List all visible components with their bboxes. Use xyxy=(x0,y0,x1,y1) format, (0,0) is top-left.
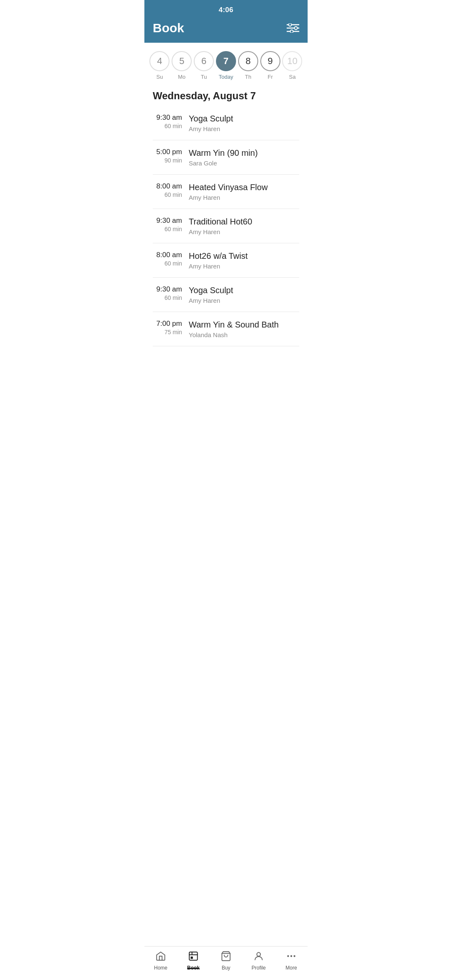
class-list: 9:30 am 60 min Yoga Sculpt Amy Haren 5:0… xyxy=(144,106,308,346)
date-label-6: Tu xyxy=(201,74,207,80)
filter-svg xyxy=(287,23,299,33)
class-info: Hot26 w/a Twist Amy Haren xyxy=(189,251,299,270)
class-name: Warm Yin & Sound Bath xyxy=(189,320,299,330)
svg-point-3 xyxy=(295,27,298,30)
svg-point-5 xyxy=(290,30,293,33)
class-item[interactable]: 7:00 pm 75 min Warm Yin & Sound Bath Yol… xyxy=(153,312,299,346)
class-instructor: Amy Haren xyxy=(189,297,299,304)
class-info: Yoga Sculpt Amy Haren xyxy=(189,113,299,132)
class-time: 9:30 am 60 min xyxy=(153,217,182,232)
class-instructor: Sara Gole xyxy=(189,160,299,167)
date-item-7[interactable]: 7 Today xyxy=(215,51,237,80)
class-info: Traditional Hot60 Amy Haren xyxy=(189,217,299,235)
class-duration: 75 min xyxy=(153,329,182,335)
class-name: Yoga Sculpt xyxy=(189,113,299,124)
class-name: Traditional Hot60 xyxy=(189,217,299,227)
date-circle-10: 10 xyxy=(282,51,302,71)
date-label-7: Today xyxy=(219,74,234,80)
date-item-9[interactable]: 9 Fr xyxy=(259,51,281,80)
class-time: 7:00 pm 75 min xyxy=(153,320,182,335)
class-time: 9:30 am 60 min xyxy=(153,285,182,301)
date-item-5[interactable]: 5 Mo xyxy=(171,51,193,80)
class-time: 5:00 pm 90 min xyxy=(153,148,182,164)
class-info: Warm Yin & Sound Bath Yolanda Nash xyxy=(189,320,299,338)
class-time-value: 9:30 am xyxy=(153,217,182,225)
filter-icon[interactable] xyxy=(287,23,299,33)
class-time-value: 9:30 am xyxy=(153,285,182,294)
class-duration: 60 min xyxy=(153,226,182,232)
class-time: 8:00 am 60 min xyxy=(153,251,182,267)
status-time: 4:06 xyxy=(218,6,233,14)
date-circle-8: 8 xyxy=(238,51,258,71)
date-item-10[interactable]: 10 Sa xyxy=(281,51,303,80)
class-name: Warm Yin (90 min) xyxy=(189,148,299,158)
date-label-5: Mo xyxy=(178,74,185,80)
class-duration: 60 min xyxy=(153,260,182,267)
class-duration: 60 min xyxy=(153,123,182,129)
class-name: Heated Vinyasa Flow xyxy=(189,182,299,192)
class-instructor: Amy Haren xyxy=(189,125,299,132)
class-instructor: Amy Haren xyxy=(189,263,299,270)
date-item-8[interactable]: 8 Th xyxy=(237,51,259,80)
date-label-4: Su xyxy=(156,74,163,80)
date-circle-6: 6 xyxy=(194,51,214,71)
date-item-6[interactable]: 6 Tu xyxy=(193,51,215,80)
date-label-9: Fr xyxy=(268,74,273,80)
page-title: Book xyxy=(153,21,184,35)
svg-point-1 xyxy=(289,23,292,26)
status-bar: 4:06 xyxy=(144,0,308,18)
date-item-4[interactable]: 4 Su xyxy=(149,51,170,80)
class-name: Hot26 w/a Twist xyxy=(189,251,299,261)
class-instructor: Amy Haren xyxy=(189,194,299,201)
class-info: Heated Vinyasa Flow Amy Haren xyxy=(189,182,299,201)
class-item[interactable]: 9:30 am 60 min Traditional Hot60 Amy Har… xyxy=(153,209,299,243)
class-time: 9:30 am 60 min xyxy=(153,113,182,129)
class-info: Yoga Sculpt Amy Haren xyxy=(189,285,299,304)
class-instructor: Amy Haren xyxy=(189,228,299,235)
date-circle-4: 4 xyxy=(149,51,170,71)
class-item[interactable]: 9:30 am 60 min Yoga Sculpt Amy Haren xyxy=(153,278,299,312)
class-duration: 60 min xyxy=(153,294,182,301)
class-name: Yoga Sculpt xyxy=(189,285,299,295)
date-circle-9: 9 xyxy=(260,51,280,71)
class-item[interactable]: 5:00 pm 90 min Warm Yin (90 min) Sara Go… xyxy=(153,140,299,175)
date-picker: 4 Su 5 Mo 6 Tu 7 Today 8 Th 9 Fr 10 Sa xyxy=(144,43,308,84)
class-instructor: Yolanda Nash xyxy=(189,331,299,338)
class-time-value: 7:00 pm xyxy=(153,320,182,328)
class-time-value: 8:00 am xyxy=(153,182,182,191)
class-item[interactable]: 8:00 am 60 min Heated Vinyasa Flow Amy H… xyxy=(153,175,299,209)
date-circle-5: 5 xyxy=(172,51,192,71)
date-circle-7: 7 xyxy=(216,51,236,71)
class-duration: 90 min xyxy=(153,157,182,164)
class-time-value: 9:30 am xyxy=(153,113,182,122)
class-item[interactable]: 9:30 am 60 min Yoga Sculpt Amy Haren xyxy=(153,106,299,140)
class-item[interactable]: 8:00 am 60 min Hot26 w/a Twist Amy Haren xyxy=(153,243,299,278)
class-info: Warm Yin (90 min) Sara Gole xyxy=(189,148,299,167)
date-label-8: Th xyxy=(245,74,251,80)
date-label-10: Sa xyxy=(289,74,296,80)
header: Book xyxy=(144,18,308,43)
class-time-value: 8:00 am xyxy=(153,251,182,259)
date-heading: Wednesday, August 7 xyxy=(144,84,308,106)
class-time: 8:00 am 60 min xyxy=(153,182,182,198)
class-duration: 60 min xyxy=(153,191,182,198)
class-time-value: 5:00 pm xyxy=(153,148,182,156)
